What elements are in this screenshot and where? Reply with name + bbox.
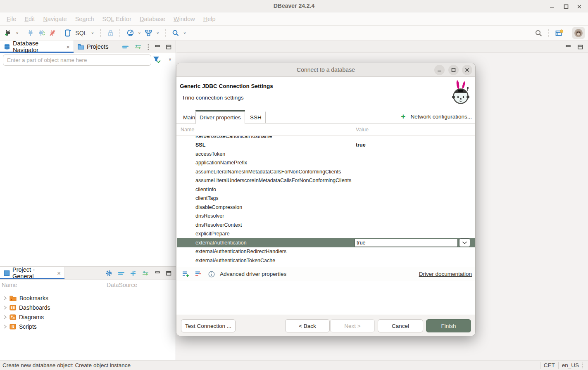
maximize-editor-icon[interactable] bbox=[578, 45, 583, 50]
menu-database[interactable]: Database bbox=[136, 16, 169, 22]
add-property-icon[interactable] bbox=[182, 271, 189, 277]
tab-projects[interactable]: Projects bbox=[74, 40, 112, 53]
filter-dropdown-icon[interactable]: ∨ bbox=[169, 57, 171, 62]
object-search-input[interactable] bbox=[3, 55, 151, 66]
dashboard-dropdown-icon[interactable]: ∨ bbox=[138, 31, 141, 35]
link-with-editor-icon[interactable] bbox=[134, 44, 142, 50]
reconnect-icon[interactable] bbox=[38, 30, 45, 36]
chevron-right-icon[interactable] bbox=[3, 315, 7, 320]
finish-button[interactable]: Finish bbox=[426, 319, 471, 332]
tab-database-navigator[interactable]: Database Navigator × bbox=[0, 40, 74, 53]
network-configurations-button[interactable]: + Network configurations... bbox=[401, 113, 472, 120]
property-row[interactable]: explicitPrepare bbox=[177, 230, 475, 239]
status-grip bbox=[582, 363, 584, 368]
disconnect-icon[interactable] bbox=[49, 30, 56, 36]
sql-editor-label[interactable]: SQL bbox=[75, 30, 87, 36]
tab-label: Database Navigator bbox=[13, 40, 63, 53]
dialog-title: Connect to a database bbox=[176, 66, 475, 73]
property-row[interactable]: clientTags bbox=[177, 194, 475, 203]
menu-window[interactable]: Window bbox=[169, 16, 199, 22]
property-row[interactable]: assumeLiteralNamesInMetadataCallsForNonC… bbox=[177, 167, 475, 176]
remove-property-icon[interactable] bbox=[195, 271, 202, 277]
expand-all-icon[interactable] bbox=[130, 270, 136, 276]
status-timezone[interactable]: CET bbox=[544, 362, 555, 368]
chevron-right-icon[interactable] bbox=[3, 324, 7, 329]
minimize-panel-icon[interactable] bbox=[155, 271, 160, 275]
settings-gear-icon[interactable] bbox=[105, 270, 112, 277]
projects-folder-icon bbox=[78, 44, 84, 50]
tree-item-bookmarks[interactable]: Bookmarks bbox=[0, 293, 176, 303]
sql-editor-icon[interactable] bbox=[64, 29, 71, 37]
value-combo-button[interactable] bbox=[459, 238, 470, 247]
collapse-all-icon[interactable] bbox=[122, 45, 129, 50]
minimize-editor-icon[interactable] bbox=[566, 45, 571, 49]
chevron-right-icon[interactable] bbox=[3, 296, 7, 301]
property-row[interactable]: disableCompression bbox=[177, 203, 475, 212]
tab-project-general[interactable]: Project - General × bbox=[0, 267, 65, 279]
driver-documentation-link[interactable]: Driver documentation bbox=[419, 271, 472, 277]
value-input[interactable] bbox=[355, 239, 458, 247]
property-row[interactable]: KerberosUseCanonicalHostname bbox=[177, 136, 475, 141]
property-row[interactable]: applicationNamePrefix bbox=[177, 159, 475, 168]
menu-navigate[interactable]: Navigate bbox=[39, 16, 71, 22]
tab-close-icon[interactable]: × bbox=[57, 270, 61, 277]
close-icon bbox=[577, 4, 582, 9]
search-dropdown-icon[interactable]: ∨ bbox=[183, 31, 186, 35]
dialog-tab-driver-properties[interactable]: Driver properties bbox=[195, 110, 245, 124]
status-message: Create new database object: Create objec… bbox=[0, 362, 131, 368]
dialog-minimize-button[interactable] bbox=[434, 65, 445, 75]
new-connection-dropdown-icon[interactable]: ∨ bbox=[16, 31, 19, 35]
driver-manager-icon[interactable] bbox=[145, 30, 152, 36]
property-row[interactable]: dnsResolverContext bbox=[177, 221, 475, 230]
menu-file[interactable]: File bbox=[2, 16, 20, 22]
dialog-tab-ssh[interactable]: SSH bbox=[246, 111, 266, 123]
property-row[interactable]: externalAuthenticationRedirectHandlers bbox=[177, 247, 475, 256]
perspective-icon[interactable] bbox=[555, 29, 564, 37]
property-row[interactable]: clientInfo bbox=[177, 185, 475, 194]
menu-edit[interactable]: Edit bbox=[20, 16, 39, 22]
tree-item-scripts[interactable]: Scripts bbox=[0, 322, 176, 331]
column-header-datasource[interactable]: DataSource bbox=[107, 282, 137, 288]
sql-dropdown-icon[interactable]: ∨ bbox=[91, 31, 94, 35]
tree-item-dashboards[interactable]: Dashboards bbox=[0, 303, 176, 312]
window-close-button[interactable] bbox=[574, 3, 585, 10]
column-header-name[interactable]: Name bbox=[2, 282, 17, 288]
grid-header-name[interactable]: Name bbox=[181, 127, 194, 133]
maximize-panel-icon[interactable] bbox=[166, 45, 171, 50]
window-maximize-button[interactable] bbox=[561, 3, 571, 10]
menu-help[interactable]: Help bbox=[199, 16, 220, 22]
maximize-panel-icon[interactable] bbox=[166, 271, 171, 276]
collapse-all-icon[interactable] bbox=[118, 271, 124, 276]
chevron-right-icon[interactable] bbox=[3, 305, 7, 310]
property-row-selected[interactable]: externalAuthentication bbox=[177, 238, 475, 247]
global-search-icon[interactable] bbox=[535, 30, 542, 37]
new-connection-button[interactable] bbox=[4, 29, 12, 37]
connect-icon[interactable] bbox=[27, 30, 34, 36]
user-avatar-button[interactable] bbox=[572, 27, 585, 39]
dialog-close-button[interactable] bbox=[462, 65, 472, 75]
view-menu-icon[interactable] bbox=[148, 44, 149, 50]
back-button[interactable]: < Back bbox=[285, 319, 330, 332]
property-row[interactable]: dnsResolver bbox=[177, 212, 475, 221]
dialog-maximize-button[interactable] bbox=[448, 65, 459, 75]
menu-sql-editor[interactable]: SQL Editor bbox=[98, 16, 136, 22]
window-minimize-button[interactable] bbox=[547, 3, 557, 10]
test-connection-button[interactable]: Test Connection ... bbox=[181, 319, 236, 332]
property-row[interactable]: accessToken bbox=[177, 149, 475, 159]
grid-header-value[interactable]: Value bbox=[356, 127, 369, 133]
link-with-editor-icon[interactable] bbox=[142, 270, 149, 276]
tree-item-diagrams[interactable]: Diagrams bbox=[0, 312, 176, 322]
search-db-icon[interactable] bbox=[172, 30, 179, 36]
driver-dropdown-icon[interactable]: ∨ bbox=[156, 31, 159, 35]
property-row[interactable]: SSLtrue bbox=[177, 141, 475, 150]
cancel-button[interactable]: Cancel bbox=[378, 319, 423, 332]
filter-funnel-icon[interactable] bbox=[153, 56, 161, 63]
toolbar-dotted-separator bbox=[548, 29, 550, 37]
tab-close-icon[interactable]: × bbox=[66, 43, 70, 50]
minimize-panel-icon[interactable] bbox=[155, 45, 160, 49]
menu-search[interactable]: Search bbox=[71, 16, 98, 22]
property-row[interactable]: externalAuthenticationTokenCache bbox=[177, 256, 475, 265]
status-locale[interactable]: en_US bbox=[562, 362, 579, 368]
dashboard-gauge-icon[interactable] bbox=[127, 29, 134, 36]
property-row[interactable]: assumeLiteralUnderscoreInMetadataCallsFo… bbox=[177, 176, 475, 185]
